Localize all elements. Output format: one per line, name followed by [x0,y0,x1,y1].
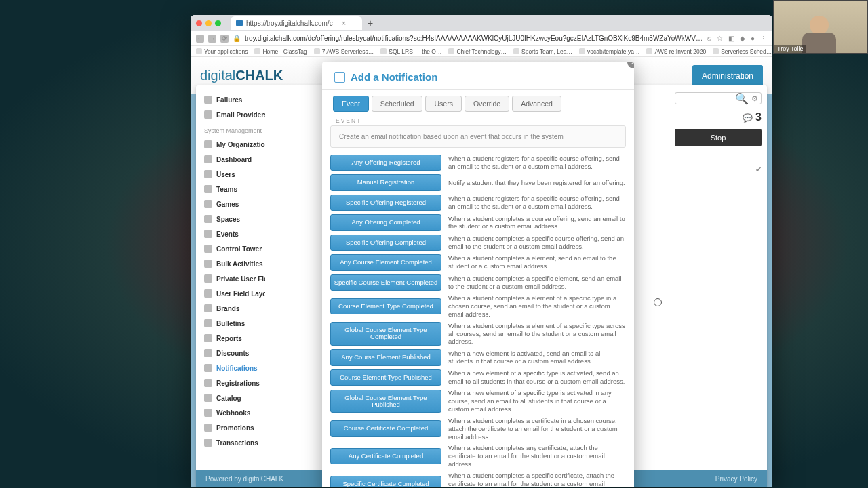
event-description: When a student completes a element of a … [448,322,626,346]
new-tab-button[interactable]: + [362,18,378,28]
event-button[interactable]: Specific Offering Completed [330,235,441,251]
event-row: Course Element Type PublishedWhen a new … [330,369,626,386]
close-window-icon[interactable] [196,20,202,26]
modal-title-row: Add a Notification [322,62,634,89]
event-row: Specific Offering CompletedWhen a studen… [330,235,626,251]
share-icon[interactable]: ⎋ [707,35,711,42]
bookmark-favicon-icon [380,48,387,54]
bookmark-item[interactable]: SQL LRS — the O… [380,48,441,55]
event-button[interactable]: Any Offering Completed [330,214,441,230]
event-description: When a student completes a certificate i… [448,417,626,441]
browser-window: https://troy.digitalchalk.com/c × + ← → … [191,15,772,487]
event-description: When a student completes a specific cert… [448,472,626,487]
event-button[interactable]: Any Certificate Completed [330,448,441,464]
event-description: When a new element of a specific type is… [448,389,626,413]
event-row: Global Course Element Type PublishedWhen… [330,389,626,413]
caller-name: Troy Tolle [774,45,806,53]
window-controls[interactable] [191,20,226,26]
bookmark-favicon-icon [196,48,202,54]
forward-icon[interactable]: → [208,35,216,43]
event-description: Notify a student that they have been reg… [448,179,625,187]
menu-icon[interactable]: ⋮ [760,35,767,42]
bookmark-item[interactable]: 7 AWS Serverless… [314,48,374,55]
url-field[interactable]: troy.digitalchalk.com/dc/offering/rulesb… [245,35,703,42]
event-description: When a student completes a element, send… [448,254,626,270]
browser-tab-strip: https://troy.digitalchalk.com/c × + [191,15,772,31]
event-button[interactable]: Specific Offering Registered [330,195,441,211]
event-button[interactable]: Specific Certificate Completed [330,476,441,487]
ext1-icon[interactable]: ◧ [728,35,734,42]
maximize-window-icon[interactable] [215,20,221,26]
event-button[interactable]: Course Element Type Published [330,369,441,386]
bookmark-favicon-icon [646,48,652,54]
add-notification-modal: × Add a Notification Event Scheduled Use… [322,62,634,487]
modal-title: Add a Notification [351,71,437,83]
caller-body [802,33,836,53]
page-content: digitalCHALK Administration Failures Ema… [191,57,772,487]
event-description: When a student completes a specific cour… [448,235,626,251]
tab-event[interactable]: Event [333,96,369,112]
event-button[interactable]: Global Course Element Type Completed [330,322,441,346]
event-row: Any Course Element PublishedWhen a new e… [330,349,626,365]
tab-override[interactable]: Override [465,96,509,112]
section-label: EVENT [322,112,634,125]
tab-scheduled[interactable]: Scheduled [372,96,423,112]
event-row: Any Certificate CompletedWhen a student … [330,444,626,468]
star-icon[interactable]: ☆ [717,35,723,42]
avatar-icon[interactable]: ● [751,35,755,42]
event-row: Global Course Element Type CompletedWhen… [330,322,626,346]
event-button[interactable]: Course Certificate Completed [330,420,441,436]
event-row: Any Offering RegisteredWhen a student re… [330,155,626,171]
toolbar-extensions[interactable]: ⎋ ☆ ◧ ◆ ● ⋮ [707,35,767,42]
event-description: When a student registers for a specific … [448,195,626,211]
event-row: Manual RegistrationNotify a student that… [330,174,626,190]
tab-users[interactable]: Users [425,96,461,112]
minimize-window-icon[interactable] [205,20,212,26]
bookmark-item[interactable]: Your applications [196,48,248,55]
bookmark-favicon-icon [579,48,585,54]
event-row: Course Element Type CompletedWhen a stud… [330,294,626,319]
event-description: When a new element is activated, send an… [448,350,626,366]
event-description: When a student completes a element of a … [448,294,626,319]
event-button[interactable]: Course Element Type Completed [330,298,441,314]
close-tab-icon[interactable]: × [342,19,346,27]
event-row: Course Certificate CompletedWhen a stude… [330,417,626,441]
intro-panel: Create an email notification based upon … [330,125,626,148]
tab-advanced[interactable]: Advanced [512,96,561,112]
cursor-indicator [654,298,662,306]
bookmark-favicon-icon [448,48,454,54]
event-button[interactable]: Global Course Element Type Published [330,390,441,413]
address-bar: ← → ⟳ 🔒 troy.digitalchalk.com/dc/offerin… [191,31,772,46]
bookmark-item[interactable]: Chief Technology… [448,48,507,55]
bookmark-favicon-icon [513,48,519,54]
event-button[interactable]: Specific Course Element Completed [330,274,441,291]
bookmark-item[interactable]: Serverless Sched… [713,48,772,55]
event-button[interactable]: Any Offering Registered [330,155,441,171]
event-button[interactable]: Any Course Element Completed [330,254,441,270]
favicon-icon [236,20,243,26]
bookmark-item[interactable]: Home - ClassTag [254,48,307,55]
tab-title: https://troy.digitalchalk.com/c [246,20,333,27]
reload-icon[interactable]: ⟳ [220,35,229,43]
event-button[interactable]: Manual Registration [330,174,441,190]
event-description: When a student registers for a specific … [448,155,626,171]
bookmark-item[interactable]: Sports Team, Lea… [513,48,572,55]
bookmark-favicon-icon [254,48,260,54]
bookmark-item[interactable]: AWS re:Invent 2020 [646,48,706,55]
event-button[interactable]: Any Course Element Published [330,349,441,365]
video-call-thumbnail[interactable]: Troy Tolle [773,0,868,54]
notification-icon [334,72,345,83]
bookmark-favicon-icon [314,48,320,54]
event-row: Specific Certificate CompletedWhen a stu… [330,472,626,487]
event-list: Any Offering RegisteredWhen a student re… [322,155,634,487]
bookmark-item[interactable]: vocab/template.ya… [579,48,639,55]
browser-tab[interactable]: https://troy.digitalchalk.com/c × [231,16,362,30]
ext2-icon[interactable]: ◆ [740,35,745,42]
divider [322,89,634,90]
event-description: When a student completes a course offeri… [448,215,626,231]
event-description: When a student completes a specific elem… [448,274,626,291]
event-row: Any Course Element CompletedWhen a stude… [330,254,626,270]
bookmark-favicon-icon [713,48,719,54]
event-row: Specific Offering RegisteredWhen a stude… [330,195,626,211]
back-icon[interactable]: ← [196,35,204,43]
